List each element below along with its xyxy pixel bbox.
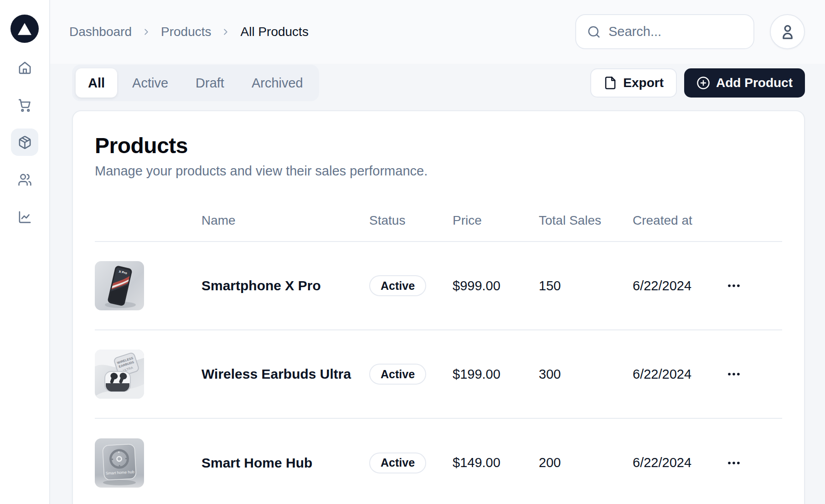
product-created-at: 6/22/2024 <box>633 242 719 330</box>
shopping-cart-icon <box>18 98 32 112</box>
export-button[interactable]: Export <box>590 68 677 98</box>
product-total-sales: 150 <box>539 242 633 330</box>
table-row: Smart home hub Smart Home Hub Active $14… <box>95 418 782 504</box>
export-label: Export <box>623 76 664 90</box>
row-actions-button[interactable] <box>719 448 748 478</box>
column-total-sales: Total Sales <box>539 200 633 242</box>
page-title: Products <box>95 133 782 158</box>
product-image-earbuds: WIRELESS EARBUDS ULTRA <box>95 350 144 399</box>
ellipsis-icon <box>726 455 742 471</box>
ellipsis-icon <box>726 366 742 382</box>
breadcrumb-all-products: All Products <box>240 25 308 39</box>
topbar: Dashboard Products All Products <box>72 14 805 49</box>
table-header-row: Name Status Price Total Sales Created at <box>95 200 782 242</box>
circle-plus-icon <box>696 76 710 90</box>
chevron-right-icon <box>141 27 151 37</box>
column-price: Price <box>453 200 539 242</box>
home-icon <box>18 61 32 75</box>
breadcrumb: Dashboard Products All Products <box>69 25 309 39</box>
tabs-list: All Active Draft Archived <box>72 65 319 101</box>
product-price: $149.00 <box>453 418 539 504</box>
add-product-button[interactable]: Add Product <box>684 68 805 98</box>
sidebar-nav <box>11 54 38 231</box>
search-input[interactable] <box>608 24 742 39</box>
main-content: Dashboard Products All Products <box>50 0 825 504</box>
product-price: $199.00 <box>453 330 539 418</box>
product-name: Wireless Earbuds Ultra <box>201 330 369 418</box>
product-image-smartphone: X Pro <box>95 261 144 310</box>
product-name: Smart Home Hub <box>201 418 369 504</box>
user-icon <box>779 23 797 41</box>
sidebar-item-customers[interactable] <box>11 166 38 193</box>
table-row: X Pro Smartphone X Pro Active $999.00 15… <box>95 242 782 330</box>
product-total-sales: 300 <box>539 330 633 418</box>
line-chart-icon <box>18 210 32 224</box>
ellipsis-icon <box>726 278 742 293</box>
tab-archived[interactable]: Archived <box>239 68 315 98</box>
page-description: Manage your products and view their sale… <box>95 164 782 179</box>
products-card: Products Manage your products and view t… <box>72 110 805 504</box>
add-product-label: Add Product <box>716 76 793 90</box>
file-icon <box>603 76 617 90</box>
tab-draft[interactable]: Draft <box>183 68 237 98</box>
search-icon <box>587 25 601 39</box>
product-price: $999.00 <box>453 242 539 330</box>
table-row: WIRELESS EARBUDS ULTRA Wireles <box>95 330 782 418</box>
products-table: Name Status Price Total Sales Created at <box>95 200 782 504</box>
column-image <box>95 200 201 242</box>
app-logo[interactable] <box>10 15 39 43</box>
product-total-sales: 200 <box>539 418 633 504</box>
product-created-at: 6/22/2024 <box>633 330 719 418</box>
breadcrumb-products[interactable]: Products <box>161 25 211 39</box>
breadcrumb-dashboard[interactable]: Dashboard <box>69 25 132 39</box>
sidebar <box>0 0 50 504</box>
topbar-right <box>575 14 805 49</box>
sidebar-item-dashboard[interactable] <box>11 54 38 81</box>
column-name: Name <box>201 200 369 242</box>
toolbar: All Active Draft Archived Export Add Pro… <box>72 65 805 101</box>
package-icon <box>18 135 32 149</box>
sidebar-item-products[interactable] <box>11 129 38 156</box>
sidebar-item-orders[interactable] <box>11 91 38 118</box>
status-badge: Active <box>369 275 426 296</box>
chevron-right-icon <box>221 27 231 37</box>
product-name: Smartphone X Pro <box>201 242 369 330</box>
tab-all[interactable]: All <box>76 68 117 98</box>
column-actions <box>719 200 782 242</box>
search-box <box>575 14 754 49</box>
status-badge: Active <box>369 364 426 385</box>
column-created-at: Created at <box>633 200 719 242</box>
product-image-smart-home-hub: Smart home hub <box>95 438 144 488</box>
product-created-at: 6/22/2024 <box>633 418 719 504</box>
tab-active[interactable]: Active <box>120 68 180 98</box>
row-actions-button[interactable] <box>719 271 748 300</box>
column-status: Status <box>369 200 453 242</box>
vercel-triangle-icon <box>18 23 31 35</box>
sidebar-item-analytics[interactable] <box>11 203 38 231</box>
users-icon <box>18 173 32 187</box>
status-badge: Active <box>369 453 426 473</box>
row-actions-button[interactable] <box>719 360 748 389</box>
toolbar-actions: Export Add Product <box>590 68 805 98</box>
user-menu-button[interactable] <box>770 14 805 49</box>
